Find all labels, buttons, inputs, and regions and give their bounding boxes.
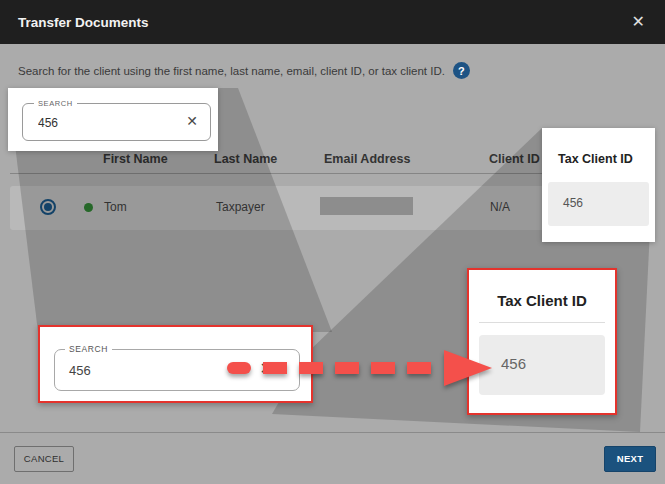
zoomed-tax-value: 456 [501,355,526,372]
search-input[interactable] [38,116,168,130]
cell-last-name: Taxpayer [216,200,265,214]
arrow-head-icon [444,350,492,386]
zoomed-search-value: 456 [69,363,91,378]
dialog-titlebar: Transfer Documents ✕ [0,0,665,44]
active-status-dot-icon [84,203,93,212]
dashed-arrow [227,362,431,374]
arrow-dash [263,362,287,374]
zoomed-tax-divider [479,322,605,323]
search-field-label: SEARCH [34,99,77,108]
instructions-row: Search for the client using the first na… [18,62,470,79]
clear-search-icon[interactable]: ✕ [186,114,198,128]
tax-zoom-callout: Tax Client ID 456 [467,268,617,415]
tax-column-spotlight: Tax Client ID 456 [542,128,655,242]
column-header-first-name: First Name [103,152,168,166]
dialog-footer: CANCEL NEXT [0,432,665,484]
help-icon[interactable]: ? [453,62,470,79]
column-header-email: Email Address [324,152,410,166]
arrow-dash [227,362,251,374]
instructions-text: Search for the client using the first na… [18,65,445,77]
cell-first-name: Tom [104,200,127,214]
zoomed-search-label: SEARCH [65,344,112,354]
arrow-dash [371,362,395,374]
column-header-client-id: Client ID [489,152,540,166]
arrow-dash [407,362,431,374]
cell-client-id: N/A [490,200,510,214]
search-field[interactable]: SEARCH ✕ [22,103,211,141]
search-spotlight: SEARCH ✕ [8,88,218,151]
zoomed-tax-header: Tax Client ID [469,292,615,309]
row-radio-selected[interactable] [40,199,56,215]
transfer-documents-dialog: Transfer Documents ✕ Search for the clie… [0,0,665,484]
next-button[interactable]: NEXT [604,446,656,472]
arrow-dash [299,362,323,374]
column-header-tax-client-id: Tax Client ID [558,152,633,166]
cancel-button[interactable]: CANCEL [14,446,74,472]
arrow-dash [335,362,359,374]
close-icon[interactable]: ✕ [632,14,645,30]
redacted-email-bar [320,197,413,215]
zoomed-tax-cell: 456 [479,335,605,395]
column-header-last-name: Last Name [214,152,277,166]
radio-dot [44,203,52,211]
tax-client-id-value: 456 [563,196,583,210]
cell-tax-client-id: 456 [548,182,649,226]
dialog-title: Transfer Documents [18,15,149,30]
